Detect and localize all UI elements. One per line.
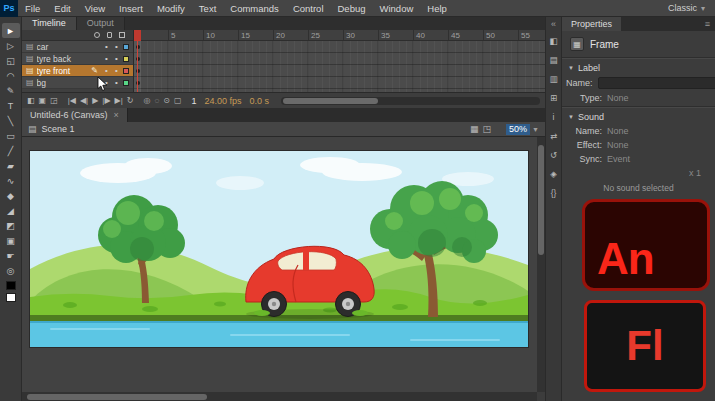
workspace-switcher[interactable]: Classic ▾ [668, 3, 715, 13]
edit-multiple-frames-button[interactable]: ▢ [174, 93, 182, 109]
timeline-tab[interactable]: Timeline [22, 17, 77, 30]
canvas-vertical-scrollbar[interactable] [537, 137, 545, 392]
menu-item[interactable]: Edit [47, 0, 77, 17]
sound-section-header[interactable]: ▼ Sound [562, 110, 715, 124]
close-icon[interactable]: × [114, 110, 119, 120]
menu-item[interactable]: Modify [150, 0, 192, 17]
layer-row[interactable]: ▤ tyre back ✎ • • [22, 53, 133, 65]
layer-visibility-dot[interactable]: • [103, 54, 110, 63]
scene-label[interactable]: Scene 1 [42, 124, 75, 134]
layer-outline-color[interactable] [123, 80, 129, 86]
text-tool[interactable]: T [2, 98, 20, 113]
motion-presets-panel-icon[interactable]: ◈ [545, 164, 562, 183]
delete-layer-button[interactable]: ◲ [50, 93, 58, 109]
new-layer-button[interactable]: ◧ [27, 93, 35, 109]
rectangle-tool[interactable]: ▭ [2, 128, 20, 143]
align-panel-icon[interactable]: ◧ [545, 31, 562, 50]
eyedropper-tool[interactable]: ◢ [2, 203, 20, 218]
label-name-input[interactable] [598, 77, 715, 89]
menu-item[interactable]: Text [192, 0, 223, 17]
code-snippets-panel-icon[interactable]: {} [545, 183, 562, 202]
fill-color-chip[interactable] [6, 293, 16, 302]
pasteboard[interactable] [22, 137, 537, 392]
ps-logo[interactable]: Ps [0, 0, 18, 17]
color-panel-icon[interactable]: ▤ [545, 50, 562, 69]
canvas-horizontal-scrollbar[interactable] [22, 392, 537, 401]
center-frame-button[interactable]: ◎ [143, 93, 150, 109]
sound-sync-value[interactable]: Event [607, 154, 630, 164]
step-back-button[interactable]: ◀| [80, 93, 88, 109]
frame-ruler[interactable]: 1510152025303540455055 [134, 30, 545, 41]
stroke-color-chip[interactable] [6, 281, 16, 290]
menu-item[interactable]: Control [286, 0, 331, 17]
onion-outline-button[interactable]: ⊙ [163, 93, 170, 109]
layer-row[interactable]: ▤ car ✎ • • [22, 41, 133, 53]
layer-visibility-dot[interactable]: • [103, 42, 110, 51]
onion-skin-button[interactable]: ◌ [154, 93, 159, 109]
panel-menu-icon[interactable]: ≡ [705, 17, 715, 31]
selection-tool[interactable]: ► [2, 23, 20, 38]
frame-rate-indicator[interactable]: 24.00 fps [205, 96, 242, 106]
zoom-control[interactable]: 50% ▼ [506, 124, 539, 135]
horizontal-scrollbar-thumb[interactable] [27, 394, 207, 400]
menu-item[interactable]: Help [420, 0, 454, 17]
library-panel-icon[interactable]: ⊞ [545, 88, 562, 107]
bone-tool[interactable]: ∿ [2, 173, 20, 188]
layer-outline-color[interactable] [123, 56, 129, 62]
layer-lock-dot[interactable]: • [113, 78, 120, 87]
first-frame-button[interactable]: |◀ [68, 93, 76, 109]
outline-all-icon[interactable] [119, 32, 125, 38]
document-tab[interactable]: Untitled-6 (Canvas) × [22, 108, 128, 122]
camera-tool[interactable]: ▣ [2, 233, 20, 248]
lasso-tool[interactable]: ◠ [2, 68, 20, 83]
label-section-header[interactable]: ▼ Label [562, 61, 715, 75]
free-transform-tool[interactable]: ◱ [2, 53, 20, 68]
layer-row[interactable]: ▤ bg ✎ • • [22, 77, 133, 89]
layer-outline-color[interactable] [123, 44, 129, 50]
vertical-scrollbar-thumb[interactable] [538, 145, 544, 255]
loop-button[interactable]: ↻ [127, 93, 134, 109]
step-forward-button[interactable]: |▶ [102, 93, 110, 109]
brush-tool[interactable]: ▰ [2, 158, 20, 173]
sound-name-value[interactable]: None [607, 126, 629, 136]
hand-tool[interactable]: ☛ [2, 248, 20, 263]
last-frame-button[interactable]: ▶| [115, 93, 123, 109]
menu-item[interactable]: Debug [331, 0, 373, 17]
sound-repeat-value[interactable]: x 1 [689, 168, 701, 178]
eraser-tool[interactable]: ◩ [2, 218, 20, 233]
tab-properties[interactable]: Properties [562, 17, 621, 31]
menu-item[interactable]: View [78, 0, 112, 17]
menu-item[interactable]: Window [373, 0, 421, 17]
playhead[interactable] [134, 30, 141, 41]
sound-effect-value[interactable]: None [607, 140, 629, 150]
pen-tool[interactable]: ✎ [2, 83, 20, 98]
new-folder-button[interactable]: ▣ [39, 93, 47, 109]
layer-lock-dot[interactable]: • [113, 54, 120, 63]
subselection-tool[interactable]: ▷ [2, 38, 20, 53]
show-hide-all-icon[interactable] [94, 32, 100, 38]
transform-panel-icon[interactable]: ⇄ [545, 126, 562, 145]
history-panel-icon[interactable]: ↺ [545, 145, 562, 164]
paint-bucket-tool[interactable]: ◆ [2, 188, 20, 203]
layer-lock-dot[interactable]: • [113, 42, 120, 51]
pencil-tool[interactable]: ╱ [2, 143, 20, 158]
layer-row[interactable]: ▤ tyre front ✎ • • [22, 65, 133, 77]
swatches-panel-icon[interactable]: ▥ [545, 69, 562, 88]
label-type-value[interactable]: None [607, 93, 629, 103]
zoom-value[interactable]: 50% [506, 124, 530, 135]
timeline-tab[interactable]: Output [77, 17, 125, 30]
timeline-scrollbar[interactable] [281, 97, 540, 105]
frames-grid[interactable] [134, 41, 545, 92]
layer-visibility-dot[interactable]: • [103, 66, 110, 75]
line-tool[interactable]: ╲ [2, 113, 20, 128]
edit-symbols-button[interactable]: ◳ [483, 124, 492, 134]
lock-all-icon[interactable] [107, 32, 112, 38]
menu-item[interactable]: File [18, 0, 47, 17]
layer-outline-color[interactable] [123, 68, 129, 74]
info-panel-icon[interactable]: i [545, 107, 562, 126]
menu-item[interactable]: Insert [112, 0, 150, 17]
collapse-dock-icon[interactable]: « [551, 17, 556, 31]
zoom-tool[interactable]: ◎ [2, 263, 20, 278]
layer-lock-dot[interactable]: • [113, 66, 120, 75]
edit-scene-button[interactable]: ▦ [470, 124, 479, 134]
